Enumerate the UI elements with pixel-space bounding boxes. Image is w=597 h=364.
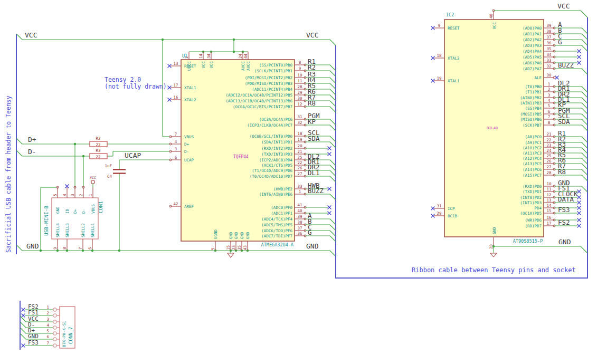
pin-number: 18 xyxy=(297,131,302,136)
pin-number: 16 xyxy=(546,215,552,220)
pin-number: 24 xyxy=(546,148,552,153)
bus-entry xyxy=(330,95,336,101)
bus-entry xyxy=(582,114,587,120)
pin-name: GND xyxy=(240,232,244,239)
ground-icon xyxy=(228,253,234,257)
component-ref: C4 xyxy=(107,174,112,179)
pin-name: (AD0)PA0 xyxy=(523,26,542,31)
pin-name: (T1/OC4D/ADC9)PD6 xyxy=(252,168,292,173)
pin-number: 31 xyxy=(297,114,302,119)
net-label: BUZZ xyxy=(308,187,324,195)
pin-number: 35 xyxy=(546,46,551,51)
bus-entry xyxy=(582,137,587,142)
pin-name: (INT6/AIN0)PE6 xyxy=(259,192,293,197)
pin-number: 17 xyxy=(546,221,551,226)
pin-name: SHELL4 xyxy=(55,223,60,237)
pin-name: (AD7)PA7 xyxy=(523,66,542,71)
bus-entry xyxy=(582,169,587,175)
pin-name: (SS)PB4 xyxy=(525,106,542,111)
component-ref: IC2 xyxy=(446,12,454,17)
bus-entry xyxy=(330,78,336,83)
pin-name: (AD2)PA2 xyxy=(523,37,542,42)
net-label: KP xyxy=(308,118,316,126)
pin-number: 3 xyxy=(175,147,177,151)
ic2-pins-pa: 39(AD0)PA0A38(AD1)PA1B37(AD2)PA2C36(AD3)… xyxy=(523,21,587,75)
bus-entry xyxy=(582,34,587,40)
bus-entry xyxy=(581,11,587,17)
pin-name: (AD3)PA3 xyxy=(523,43,542,48)
pin-name: (T0/OC4D/ADC10)PD7 xyxy=(250,174,292,179)
pin-name: ID xyxy=(65,208,70,214)
pin-name: (ADC13/OC1B/OC4B/PCINT13)PB6 xyxy=(226,99,293,103)
pin-number: 25 xyxy=(546,154,551,158)
pin-name: VBUS xyxy=(184,135,194,139)
junction xyxy=(74,143,76,145)
pin-number: 29 xyxy=(297,90,302,95)
pin-name: VBUS xyxy=(91,204,96,214)
pin-name: D- xyxy=(184,149,189,154)
pin-number: 22 xyxy=(546,138,551,142)
net-label: R8 xyxy=(558,168,566,176)
component-footprint: TQFP44 xyxy=(233,155,249,159)
pin-name: (HWB)PE2 xyxy=(273,187,292,191)
pin-name: (A12)PC4 xyxy=(523,156,542,161)
junction xyxy=(118,250,120,252)
bus-entry xyxy=(330,176,336,182)
pin-number: 5 xyxy=(548,103,551,108)
pin-name: SHELL1 xyxy=(90,223,95,237)
net-label: GND xyxy=(306,242,319,250)
net-label: G xyxy=(308,228,312,236)
pin-number: 1 xyxy=(548,82,551,87)
bus-entry xyxy=(330,194,336,200)
pin-number: 4 xyxy=(548,98,551,103)
pin-number: 8 xyxy=(62,247,67,250)
bus-entry xyxy=(582,87,587,92)
pin-number: 10 xyxy=(546,181,552,186)
pin-number: 15 xyxy=(546,208,551,213)
teensy-note-line1: Teensy 2.0 xyxy=(105,76,141,83)
pin-number: 39 xyxy=(297,214,302,219)
pin-number: 32 xyxy=(297,120,302,125)
component-part: ATMEGA32U4-A xyxy=(261,242,293,247)
pin-number: 4 xyxy=(62,194,67,196)
pin-number: 27 xyxy=(297,171,302,176)
pin-name: SHELL3 xyxy=(65,223,70,237)
component-part: USB-MINI-B xyxy=(43,206,49,236)
bus-entry xyxy=(582,28,587,34)
pin-number: 36 xyxy=(297,231,302,236)
net-label: VCC xyxy=(25,31,37,39)
pin-number: 35 xyxy=(237,245,242,250)
pin-name: XTAL1 xyxy=(184,85,196,90)
pin-end xyxy=(53,338,57,341)
ground-icon xyxy=(490,253,497,257)
pin-row: FS12 xyxy=(22,309,60,318)
pin-number: 7 xyxy=(46,341,49,346)
pin-name: (AD6)PA6 xyxy=(523,61,542,65)
teensy-note-line2: (not fully drawn) xyxy=(105,83,167,90)
junction xyxy=(233,39,235,41)
component-ref: R3 xyxy=(96,148,100,153)
pin-number: 26 xyxy=(297,166,302,170)
pin-number: 2 xyxy=(79,194,83,196)
pin-name: OC1B xyxy=(448,214,458,218)
pin-name: (ICP2/ADC8)PD4 xyxy=(259,158,293,162)
pin-number: 8 xyxy=(299,60,301,65)
pin-name: D+ xyxy=(184,142,189,147)
pin-number: 34 xyxy=(206,53,211,59)
net-label: FS2 xyxy=(558,218,570,226)
pin-name: (ADC0)PF0 xyxy=(271,205,292,210)
pin-number: 6 xyxy=(175,155,177,160)
bus-entry xyxy=(582,119,587,125)
pin-number: 42 xyxy=(173,202,178,206)
pin-name: VCC xyxy=(201,61,206,69)
pin-number: 5 xyxy=(53,194,58,196)
pin-name: (SCLK/PCINT1)PB1 xyxy=(254,69,292,73)
pin-number: 25 xyxy=(297,155,302,160)
pin-number: 22 xyxy=(297,160,302,165)
pin-number: 1 xyxy=(88,194,93,196)
pin-number: 32 xyxy=(546,64,551,69)
bus-entry xyxy=(582,158,587,164)
pin-number: 5 xyxy=(46,329,49,333)
bus-entry xyxy=(330,231,336,236)
bus-entry xyxy=(330,225,336,231)
